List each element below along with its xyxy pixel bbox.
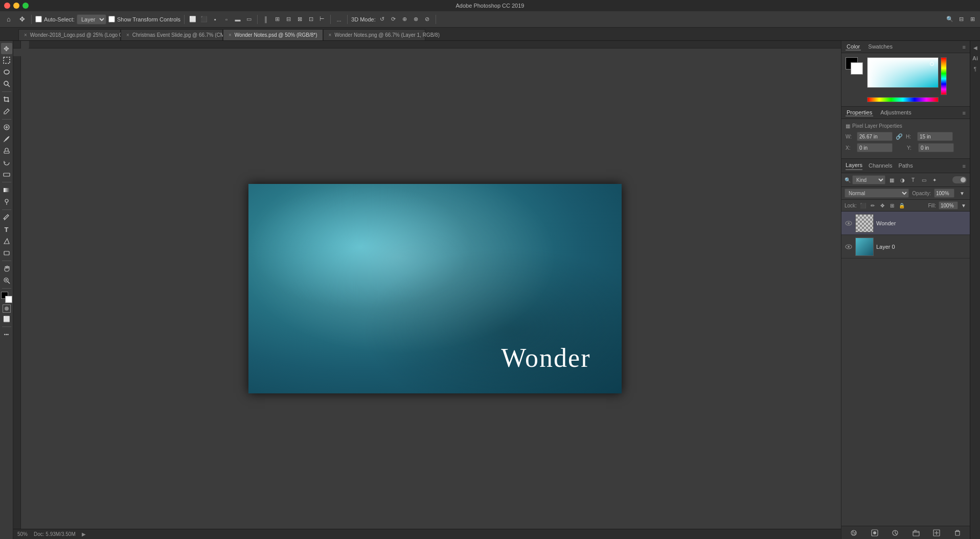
filter-kind-dropdown[interactable]: Kind (852, 175, 885, 184)
home-button[interactable]: ⌂ (3, 14, 14, 25)
orbit-3d-button[interactable]: ⟳ (389, 15, 398, 24)
tab-close-christmas[interactable]: × (126, 32, 129, 38)
filter-toggle-btn[interactable] (952, 176, 967, 183)
align-left-button[interactable]: ⬜ (188, 15, 197, 24)
hue-strip[interactable] (867, 97, 939, 102)
tab-close-wonder-png[interactable]: × (329, 32, 332, 38)
tab-close-wonder-notes[interactable]: × (229, 32, 232, 38)
crop-tool[interactable] (1, 94, 12, 105)
fill-menu-btn[interactable]: ▼ (961, 201, 967, 210)
swatches-tab[interactable]: Swatches (867, 43, 894, 51)
tab-wonder-png[interactable]: × Wonder Notes.png @ 66.7% (Layer 1, RGB… (323, 29, 425, 40)
workspace-button[interactable]: ⊟ (956, 15, 966, 24)
path-select-tool[interactable] (1, 236, 12, 247)
new-adjustment-btn[interactable] (890, 528, 900, 538)
search-button[interactable]: 🔍 (945, 15, 954, 24)
rotate-3d-button[interactable]: ↺ (378, 15, 387, 24)
tab-close-wonder-logo[interactable]: × (24, 32, 27, 38)
opacity-input[interactable] (934, 189, 954, 198)
x-input[interactable] (857, 143, 893, 152)
paragraph-btn[interactable]: ¶ (971, 64, 980, 74)
collapse-color-btn[interactable]: ◀ (971, 43, 980, 52)
background-color[interactable] (851, 62, 863, 75)
layers-tab[interactable]: Layers (846, 162, 862, 170)
layer-visibility-0[interactable] (845, 243, 853, 251)
quick-select-tool[interactable] (1, 78, 12, 89)
layer-row-0[interactable]: Layer 0 (841, 235, 970, 259)
maximize-button[interactable] (22, 3, 29, 9)
filter-adjustment-btn[interactable]: ◑ (898, 175, 907, 184)
properties-tab[interactable]: Properties (846, 109, 873, 116)
type-tool[interactable]: T (1, 224, 12, 235)
lock-transparent-btn[interactable]: ⬛ (859, 202, 867, 209)
tab-christmas[interactable]: × Christmas Event Slide.jpg @ 66.7% (CMY… (121, 29, 223, 40)
canvas-scroll-area[interactable]: Wonder (29, 49, 841, 529)
dist-center-h-button[interactable]: ⊞ (272, 15, 282, 24)
dist-right-button[interactable]: ⊟ (284, 15, 293, 24)
pen-tool[interactable] (1, 212, 12, 223)
y-input[interactable] (918, 143, 954, 152)
lasso-tool[interactable] (1, 66, 12, 78)
link-wh-icon[interactable]: 🔗 (896, 133, 903, 140)
filter-smart-btn[interactable]: ✦ (930, 175, 939, 184)
align-bottom-button[interactable]: ▭ (244, 15, 254, 24)
more-options-button[interactable]: ... (334, 15, 344, 24)
ai-btn[interactable]: Ai (971, 54, 980, 63)
layer-visibility-wonder[interactable] (845, 219, 853, 227)
height-input[interactable] (917, 132, 953, 141)
minimize-button[interactable] (13, 3, 19, 9)
quick-mask-button[interactable] (3, 304, 11, 313)
dist-top-button[interactable]: ⊠ (295, 15, 304, 24)
slide-3d-button[interactable]: ⊗ (412, 15, 421, 24)
blend-mode-dropdown[interactable]: Normal (845, 189, 909, 198)
move-tool-toolbar[interactable]: ✥ (16, 14, 28, 25)
delete-layer-btn[interactable] (952, 528, 963, 538)
scale-3d-button[interactable]: ⊘ (423, 15, 432, 24)
opacity-menu-btn[interactable]: ▼ (958, 189, 967, 198)
hand-tool[interactable] (1, 263, 12, 274)
align-right-button[interactable]: ▪ (211, 15, 220, 24)
lock-image-btn[interactable]: ✏ (869, 202, 876, 209)
gradient-tool[interactable] (1, 184, 12, 196)
layers-panel-menu[interactable]: ≡ (963, 163, 966, 169)
dist-left-button[interactable]: ║ (261, 15, 270, 24)
new-group-btn[interactable] (911, 528, 921, 538)
adjustments-tab[interactable]: Adjustments (879, 109, 913, 116)
width-input[interactable] (857, 132, 893, 141)
screen-mode-button[interactable]: ⬜ (1, 313, 12, 324)
arrange-button[interactable]: ⊞ (968, 15, 977, 24)
channels-tab[interactable]: Channels (869, 162, 892, 170)
add-style-btn[interactable]: fx (849, 528, 859, 538)
color-panel-menu[interactable]: ≡ (963, 44, 966, 50)
align-top-button[interactable]: ▫ (222, 15, 231, 24)
hue-strip-vertical[interactable] (941, 57, 947, 95)
properties-panel-menu[interactable]: ≡ (963, 110, 966, 116)
canvas-document[interactable]: Wonder (248, 184, 622, 393)
spot-heal-tool[interactable] (1, 122, 12, 133)
eyedropper-tool[interactable] (1, 106, 12, 117)
layer-row-wonder[interactable]: Wonder (841, 212, 970, 235)
dist-bottom-button[interactable]: ⊢ (317, 15, 327, 24)
tab-wonder-logo[interactable]: × Wonder-2018_Logo.psd @ 25% (Logo Color… (18, 29, 121, 40)
lock-all-btn[interactable]: 🔒 (898, 202, 905, 209)
marquee-tool[interactable] (1, 55, 12, 66)
lock-position-btn[interactable]: ✥ (879, 202, 886, 209)
pan-3d-button[interactable]: ⊕ (400, 15, 409, 24)
more-tools-button[interactable]: ••• (1, 329, 12, 340)
zoom-tool[interactable] (1, 275, 12, 286)
clone-stamp-tool[interactable] (1, 145, 12, 156)
new-layer-btn[interactable] (931, 528, 942, 538)
align-center-h-button[interactable]: ⬛ (199, 15, 209, 24)
lock-artboard-btn[interactable]: ⊞ (888, 202, 896, 209)
color-tab[interactable]: Color (846, 43, 861, 51)
filter-shape-btn[interactable]: ▭ (919, 175, 928, 184)
filter-type-btn[interactable]: T (908, 175, 918, 184)
add-mask-btn[interactable] (870, 528, 880, 538)
filter-pixel-btn[interactable]: ▦ (887, 175, 896, 184)
tab-wonder-notes[interactable]: × Wonder Notes.psd @ 50% (RGB/8*) (223, 29, 323, 40)
close-button[interactable] (4, 3, 10, 9)
dodge-tool[interactable] (1, 196, 12, 207)
move-tool[interactable]: ✥ (1, 43, 12, 54)
auto-select-checkbox[interactable] (35, 16, 42, 22)
shape-tool[interactable] (1, 247, 12, 259)
